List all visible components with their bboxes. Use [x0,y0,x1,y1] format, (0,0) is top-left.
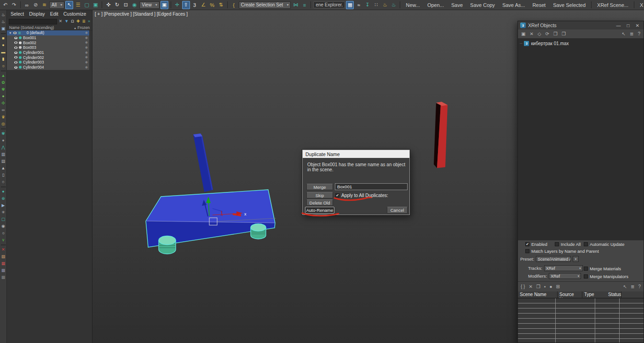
eye-icon[interactable] [14,56,17,58]
frozen-icon[interactable]: ❄ [85,46,88,50]
menu-item[interactable]: Select [11,11,24,17]
reset-button[interactable]: Reset [529,1,549,9]
dock-separator[interactable] [1,70,6,71]
copy-icon[interactable]: ❐ [562,31,566,36]
expander-icon[interactable]: ▼ [9,31,12,35]
selection-filter-dropdown[interactable]: All ▾ [49,1,64,9]
merge-manipulators-checkbox[interactable]: Merge Manipulators [584,274,628,279]
book-icon[interactable]: ▤ [0,158,6,164]
overflow-icon[interactable]: » [88,18,90,24]
include-all-checkbox[interactable]: Include All [555,242,581,247]
render-frame-icon[interactable]: ♨ [390,1,397,9]
snaps-toggle-icon[interactable]: 3 [191,1,199,9]
save-selected-button[interactable]: Save Selected [550,1,589,9]
frozen-icon[interactable]: ❄ [85,41,88,45]
frozen-icon[interactable]: ❄ [85,55,88,59]
open-button[interactable]: Open... [424,1,447,9]
orb-icon[interactable]: ● [0,189,6,195]
window-crossing-icon[interactable]: ▣ [92,1,99,9]
wheel-icon[interactable]: ◎ [0,121,6,127]
mirror-icon[interactable]: ⋈ [292,1,299,9]
row-box003[interactable]: Box003 ❄ [7,45,89,50]
target-icon[interactable]: ⊕ [0,196,6,202]
row-cylinder004[interactable]: Cylinder004 ❄ [7,65,89,70]
select-and-link-icon[interactable]: ∞ [23,1,31,9]
edit-named-selections-icon[interactable]: { [230,1,238,9]
align-icon[interactable]: ≡ [300,1,308,9]
table-row[interactable] [518,339,644,343]
light-icon[interactable]: ☼ [0,63,6,69]
gears-icon[interactable]: ✳ [0,209,6,215]
table-column-header[interactable]: Type [582,291,606,298]
toolbar-separator[interactable] [171,1,171,8]
table-row[interactable] [518,298,644,303]
sphere-primitive-icon[interactable]: ● [0,42,6,48]
row-cylinder001[interactable]: Cylinder001 ❄ [7,50,89,55]
table-row[interactable] [518,329,644,334]
add-icon[interactable]: ✚ [76,18,80,24]
enabled-checkbox[interactable]: ✔ Enabled [525,242,547,247]
teapot-icon[interactable]: ♨ [0,12,6,18]
save-as-button[interactable]: Save As... [499,1,529,9]
bind-to-space-warp-icon[interactable]: ≋ [40,1,48,9]
percent-snap-icon[interactable]: % [208,1,216,9]
frozen-icon[interactable]: ❄ [85,31,88,35]
select-and-rotate-icon[interactable]: ↻ [113,1,121,9]
dock-separator[interactable] [1,128,6,129]
table-row[interactable] [518,324,644,329]
cone-icon[interactable]: ▲ [0,165,6,171]
pick-icon[interactable]: ↖ [622,31,626,36]
select-and-scale-icon[interactable]: ⊡ [122,1,130,9]
menu-item[interactable]: Customize [63,11,86,17]
undo-icon[interactable]: ↶ [1,1,9,9]
view-mode-3-icon[interactable]: ⊞ [556,284,559,289]
table-row[interactable] [518,308,644,314]
minimize-button[interactable]: — [616,23,621,28]
antenna-box[interactable] [193,134,213,192]
help-icon[interactable]: ? [638,31,640,36]
xref-file-item[interactable]: ┄ 3 кибертрак 01.max [520,41,642,46]
eye-icon[interactable] [14,52,17,54]
list-entry-icon[interactable]: ≣ [631,284,634,289]
select-by-name-icon[interactable]: ☰ [74,1,82,9]
rgb-icon[interactable]: ▦ [0,261,6,267]
chain-icon[interactable]: ∞ [0,107,6,113]
modifiers-dropdown[interactable]: XRef ▾ [549,273,581,279]
toolbar-separator[interactable] [591,1,592,8]
frozen-column-header[interactable]: ▲ Frozen [74,25,90,30]
merge-materials-checkbox[interactable]: Merge Materials [584,266,621,271]
note-icon[interactable]: ▯ [0,172,6,178]
terrain-icon[interactable]: ⋀ [0,145,6,151]
table-row[interactable] [518,334,644,339]
view-mode-1-icon[interactable]: ▪ [544,284,546,289]
list-icon[interactable]: ≣ [630,31,633,36]
row-cylinder003[interactable]: Cylinder003 ❄ [7,60,89,65]
pyramid-icon[interactable]: ▲ [0,73,6,79]
row-cylinder002[interactable]: Cylinder002 ❄ [7,55,89,60]
flower-icon[interactable]: ✿ [0,80,6,86]
automatic-update-checkbox[interactable]: Automatic Update [584,242,625,247]
dock-separator[interactable] [1,186,6,187]
plant-icon[interactable]: ✾ [0,87,6,93]
new-button[interactable]: New... [402,1,423,9]
chart-icon[interactable]: ▥ [0,151,6,157]
copy-entry-icon[interactable]: ❐ [536,284,540,289]
skip-button[interactable]: Skip [306,192,333,198]
eye-icon[interactable] [13,32,17,34]
close-button[interactable]: ✕ [636,23,639,28]
cancel-button[interactable]: Cancel [387,207,408,214]
table-column-header[interactable]: Source Name [558,291,582,298]
filter-icon[interactable]: ▼ [64,18,69,24]
eye-icon[interactable] [14,41,17,44]
table-column-header[interactable]: Status [606,291,621,298]
named-selection-set-dropdown[interactable]: Create Selection Set ▾ [239,1,291,9]
eye-dock-icon[interactable]: ◉ [0,223,6,229]
select-and-move-icon[interactable]: ✜ [104,1,112,9]
tracks-dropdown[interactable]: XRef ▾ [544,265,583,271]
texture2-icon[interactable]: ▩ [0,274,6,280]
xref-title-bar[interactable]: 3 XRef Objects — □ ✕ [518,21,644,29]
delete-entry-icon[interactable]: ✕ [529,284,532,289]
eye-icon[interactable] [14,47,17,49]
redo-icon[interactable]: ↷ [10,1,18,9]
wheel-front[interactable] [159,236,176,254]
